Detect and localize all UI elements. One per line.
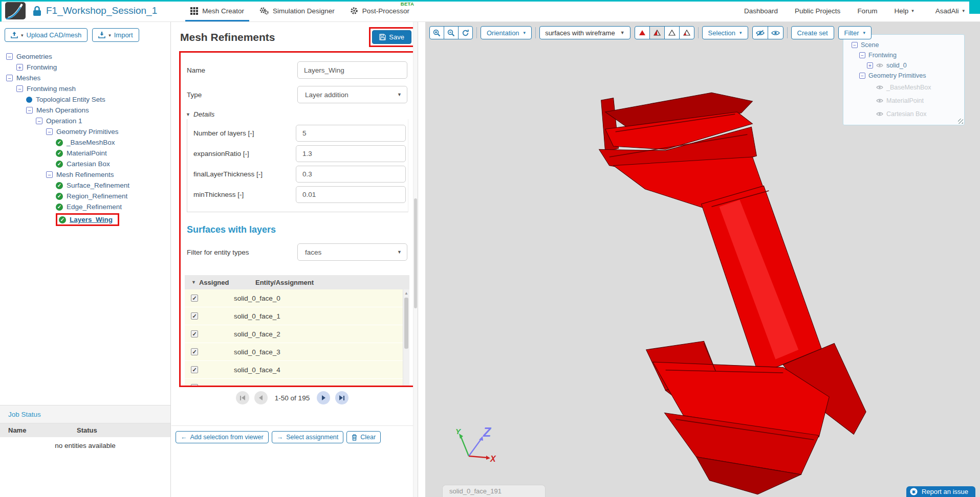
assigned-checkbox[interactable] [191, 366, 198, 373]
tree-item-icon[interactable] [56, 204, 63, 211]
tree-item[interactable]: Region_Refinement [1, 191, 169, 201]
module-tab[interactable]: Mesh Creator [183, 0, 252, 21]
nav-link[interactable]: Public Projects [795, 7, 843, 15]
tree-item-icon[interactable] [36, 118, 42, 124]
wireframe-view-button[interactable] [664, 26, 680, 39]
tree-item-icon[interactable] [59, 216, 66, 223]
module-tab[interactable]: Simulation Designer [252, 0, 342, 21]
assignment-action-button[interactable]: ← → Clear [346, 431, 381, 443]
detail-field-input[interactable] [296, 186, 406, 203]
tree-expander-icon[interactable] [859, 52, 865, 58]
last-page-button[interactable] [335, 391, 349, 404]
detail-field-input[interactable] [296, 125, 406, 142]
scene-tree-item[interactable]: Scene [846, 40, 961, 50]
zoom-out-button[interactable] [444, 26, 459, 39]
next-page-button[interactable] [317, 391, 330, 404]
nav-link[interactable]: Help ▾ [894, 7, 913, 15]
simscale-logo[interactable] [5, 2, 26, 19]
user-menu[interactable]: AsadAli ▾ [935, 7, 965, 15]
eye-icon[interactable] [876, 111, 883, 117]
transparent-view-button[interactable] [679, 26, 694, 39]
tree-item-icon[interactable] [56, 182, 63, 189]
assignment-action-button[interactable]: ← → Select assignment [272, 431, 344, 443]
tree-item[interactable]: Surface_Refinement [1, 180, 169, 191]
entity-row[interactable]: solid_0_face_3 [185, 343, 409, 361]
save-button[interactable]: Save [372, 30, 411, 44]
create-set-button[interactable]: Create set [791, 26, 834, 39]
type-select[interactable]: Layer addition ▼ [297, 86, 407, 103]
tree-item[interactable]: Frontwing mesh [1, 83, 169, 94]
entity-row[interactable]: solid_0_face_4 [185, 361, 409, 379]
zoom-in-button[interactable] [429, 26, 444, 39]
tree-item[interactable]: Layers_Wing [1, 212, 169, 227]
tree-item[interactable]: MaterialPoint [1, 148, 169, 159]
assigned-checkbox[interactable] [191, 384, 198, 387]
scrollbar-thumb[interactable] [404, 298, 408, 349]
first-page-button[interactable] [236, 391, 249, 404]
upload-cad-button[interactable]: ▾ Upload CAD/mesh [5, 28, 88, 42]
tree-item-icon[interactable] [6, 75, 13, 81]
hide-selection-button[interactable] [752, 26, 768, 39]
tree-item[interactable]: Topological Entity Sets [1, 94, 169, 105]
entity-row[interactable]: solid_0_face_2 [185, 325, 409, 343]
previous-page-button[interactable] [254, 391, 268, 404]
eye-icon[interactable] [876, 98, 883, 103]
tree-item-icon[interactable] [16, 64, 23, 71]
import-button[interactable]: ▾ Import [92, 28, 139, 42]
tree-item[interactable]: Frontwing [1, 62, 169, 73]
tree-expander-icon[interactable] [859, 73, 865, 79]
tree-expander-icon[interactable] [867, 62, 873, 69]
nav-link[interactable]: Forum [857, 7, 880, 15]
tree-item[interactable]: Meshes [1, 73, 169, 83]
entity-row[interactable]: solid_0_face_0 [185, 289, 409, 307]
scene-tree-item[interactable]: Geometry Primitives [846, 71, 961, 81]
render-mode-select[interactable]: surfaces with wireframe ▼ [539, 26, 630, 39]
project-title[interactable]: F1_Workshop_Session_1 [46, 5, 157, 16]
tree-item[interactable]: Mesh Operations [1, 105, 169, 116]
scroll-up-icon[interactable]: ▲ [403, 291, 409, 296]
nav-link[interactable]: Dashboard [744, 7, 781, 15]
tree-item-icon[interactable] [46, 171, 53, 178]
entity-type-filter-select[interactable]: faces ▼ [297, 243, 407, 261]
solid-wireframe-view-button[interactable] [649, 26, 665, 39]
panel-scrollbar[interactable] [413, 22, 418, 497]
assigned-checkbox[interactable] [191, 348, 198, 355]
tree-expander-icon[interactable] [852, 42, 858, 48]
solid-view-button[interactable] [635, 26, 650, 39]
tree-item-icon[interactable] [46, 128, 53, 135]
entity-row[interactable]: solid_0_face_5 [185, 379, 409, 387]
tree-item[interactable]: Cartesian Box [1, 159, 169, 169]
name-input[interactable] [297, 61, 407, 79]
show-selection-button[interactable] [768, 26, 783, 39]
orientation-dropdown[interactable]: Orientation ▾ [481, 26, 532, 39]
tree-item[interactable]: Operation 1 [1, 116, 169, 126]
module-tab[interactable]: Post-Processor BETA [342, 0, 417, 21]
tree-item[interactable]: Mesh Refinements [1, 169, 169, 180]
tree-item[interactable]: Geometry Primitives [1, 126, 169, 137]
assigned-checkbox[interactable] [191, 295, 198, 302]
assigned-checkbox[interactable] [191, 312, 198, 320]
tree-item[interactable]: _BaseMeshBox [1, 137, 169, 148]
report-issue-button[interactable]: Report an issue [906, 486, 975, 497]
scene-tree-item[interactable]: _BaseMeshBox [846, 81, 961, 94]
tree-item-icon[interactable] [26, 107, 33, 114]
tree-item-icon[interactable] [56, 161, 63, 168]
assigned-checkbox[interactable] [191, 330, 198, 337]
tree-item-icon[interactable] [56, 193, 63, 200]
tree-item[interactable]: Edge_Refinement [1, 201, 169, 212]
viewer-3d[interactable]: Orientation ▾ surfaces with wireframe ▼ [425, 22, 980, 497]
scene-tree-item[interactable]: Frontwing [846, 50, 961, 60]
filter-dropdown[interactable]: Filter ▾ [838, 26, 872, 39]
eye-icon[interactable] [876, 63, 883, 68]
tree-item-icon[interactable] [56, 139, 63, 146]
table-scrollbar[interactable]: ▲ ▼ [403, 289, 409, 387]
assigned-column-header[interactable]: ▼ Assigned [185, 279, 255, 286]
scene-tree-item[interactable]: MaterialPoint [846, 94, 961, 107]
scene-tree-item[interactable]: Cartesian Box [846, 107, 961, 121]
entity-row[interactable]: solid_0_face_1 [185, 307, 409, 325]
scrollbar-thumb[interactable] [414, 198, 417, 308]
eye-icon[interactable] [876, 85, 883, 90]
detail-field-input[interactable] [296, 145, 406, 162]
tree-item-icon[interactable] [16, 85, 23, 92]
reset-view-button[interactable] [458, 26, 473, 39]
